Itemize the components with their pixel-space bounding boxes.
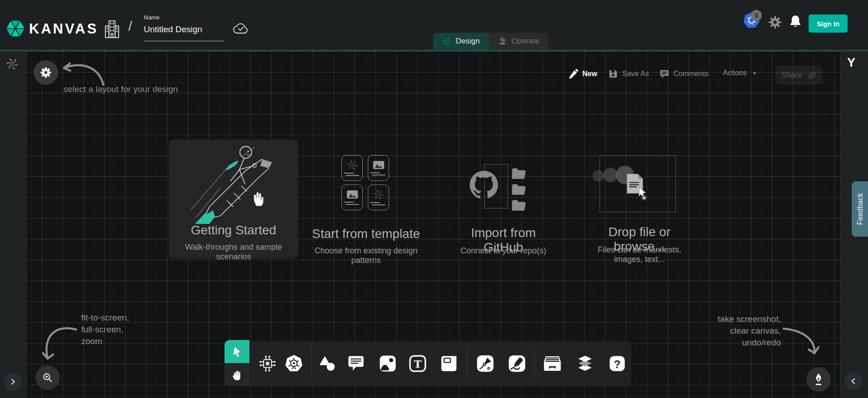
chevron-right-icon	[9, 378, 17, 386]
tab-design-label: Design	[456, 37, 480, 46]
repo-folder-icon	[511, 167, 527, 180]
github-octocat-icon	[468, 170, 499, 200]
link-icon	[807, 71, 816, 80]
organization-icon[interactable]	[104, 19, 120, 39]
chevron-left-icon	[849, 377, 858, 385]
zoom-controls-button[interactable]	[35, 365, 60, 390]
left-rail	[0, 51, 27, 398]
brand-wordmark: KANVAS	[29, 21, 98, 37]
pen-nib-icon	[812, 373, 825, 386]
template-image-icon	[346, 190, 358, 199]
save-as-button[interactable]: Save As	[608, 69, 649, 79]
k8s-context-count-badge: 0	[751, 10, 762, 21]
text-tool-button[interactable]: T	[409, 354, 427, 373]
feedback-tab[interactable]: Feedback	[852, 181, 868, 237]
operate-person-icon	[498, 37, 507, 46]
select-tool-button[interactable]	[224, 340, 249, 363]
template-spiral-icon	[374, 189, 384, 199]
settings-gear-icon[interactable]	[768, 15, 782, 29]
design-name-label: Name	[144, 14, 160, 21]
card-title: Getting Started	[169, 223, 298, 238]
repo-folder-icon	[511, 199, 527, 212]
kubernetes-tool-button[interactable]	[284, 354, 303, 373]
template-image-icon	[373, 160, 385, 170]
bottom-right-hint-text: take screenshot, clear canvas, undo/redo	[718, 313, 781, 349]
rocket-sketch-illustration	[177, 142, 290, 224]
pen-tool-button[interactable]	[476, 354, 494, 373]
design-canvas[interactable]: Y Feedback	[0, 51, 868, 398]
layout-hint-text: select a layout for your design	[63, 83, 178, 95]
select-pan-tool-group	[224, 340, 249, 386]
app-header: KANVAS / Name	[0, 0, 868, 51]
floppy-disk-icon	[608, 69, 618, 79]
tab-design[interactable]: Design	[433, 33, 489, 50]
layout-picker-button[interactable]	[34, 60, 58, 85]
canvas-actions-button[interactable]	[806, 367, 831, 392]
getting-started-card[interactable]: Getting Started Walk-throughs and sample…	[169, 140, 298, 258]
file-drop-icon	[624, 173, 649, 201]
cursor-arrow-icon	[231, 346, 243, 358]
github-import-illustration	[467, 163, 535, 213]
cloud-saved-icon	[233, 23, 249, 34]
repo-folder-icon	[511, 183, 527, 196]
bottom-toolbar: T	[249, 341, 631, 386]
comment-icon	[659, 69, 669, 79]
breadcrumb-separator: /	[128, 19, 132, 34]
layers-tool-button[interactable]	[576, 354, 594, 373]
card-subtitle: Choose from existing design patterns	[300, 246, 432, 265]
help-tool-button[interactable]: ?	[609, 355, 626, 372]
design-name-input[interactable]	[144, 24, 224, 41]
logo-y-button[interactable]: Y	[847, 56, 855, 70]
kanvas-logo-icon	[6, 19, 25, 38]
pencil-tool-button[interactable]	[508, 354, 526, 373]
comment-tool-button[interactable]	[347, 355, 365, 372]
dot-icon	[592, 170, 604, 182]
layout-flower-icon	[39, 66, 52, 79]
template-tiles	[341, 155, 389, 210]
card-subtitle: Files can be manifests, images, text...	[594, 245, 685, 264]
meshery-spinner-icon	[6, 58, 18, 70]
tab-operate-label: Operate	[512, 37, 539, 46]
magnifier-plus-icon	[41, 371, 54, 384]
note-tool-button[interactable]	[441, 355, 458, 372]
bottom-left-hint-text: fit-to-screen, full-screen, zoom	[81, 312, 129, 347]
notifications-bell-icon[interactable]	[789, 14, 802, 29]
right-rail: Y Feedback	[840, 51, 868, 398]
tab-operate[interactable]: Operate	[489, 33, 548, 50]
caret-down-icon: ▾	[753, 69, 756, 77]
design-spiral-icon	[442, 37, 451, 46]
start-from-template-card[interactable]: Start from template Choose from existing…	[300, 155, 432, 258]
collapse-right-panel-button[interactable]	[844, 372, 863, 390]
comments-button[interactable]: Comments	[659, 69, 708, 79]
card-subtitle: Walk-throughs and sample scenarios	[169, 243, 298, 262]
sign-in-button[interactable]: Sign In	[809, 15, 848, 33]
image-tool-button[interactable]	[379, 354, 397, 373]
import-from-github-card[interactable]: Import from GitHub Connect to your repo(…	[456, 161, 551, 257]
drawer-tool-button[interactable]	[543, 355, 562, 372]
actions-dropdown[interactable]: Actions ▾	[723, 69, 756, 77]
text-tool-glyph: T	[414, 358, 422, 370]
pencil-icon	[568, 69, 578, 79]
card-subtitle: Connect to your repo(s)	[456, 246, 551, 256]
card-title: Start from template	[300, 227, 432, 241]
drop-file-card[interactable]: Drop file or browse... Files can be mani…	[594, 155, 685, 254]
share-button[interactable]: Share	[775, 65, 822, 85]
shapes-tool-button[interactable]	[318, 355, 336, 372]
new-design-button[interactable]: New	[568, 69, 597, 79]
component-tool-button[interactable]	[258, 354, 277, 373]
feedback-label: Feedback	[856, 193, 864, 225]
hand-icon	[231, 369, 243, 381]
help-glyph: ?	[614, 358, 621, 370]
kanvas-app: KANVAS / Name	[0, 0, 868, 398]
pan-tool-button[interactable]	[224, 363, 249, 386]
expand-left-panel-button[interactable]	[4, 373, 22, 391]
template-spiral-icon	[347, 160, 357, 170]
mode-tabs: Design Operate	[433, 33, 548, 50]
